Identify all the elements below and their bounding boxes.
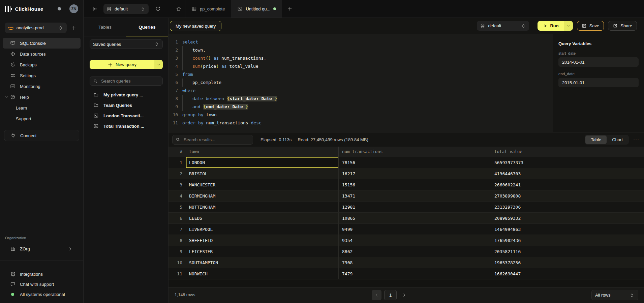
editor-line[interactable]: 7where: [168, 87, 553, 95]
add-service-button[interactable]: [70, 25, 78, 32]
cell-town[interactable]: BRISTOL: [186, 168, 338, 179]
editor-line[interactable]: 3count() as num_transactions,: [168, 54, 553, 62]
topbar-tab-untitled-qu[interactable]: Untitled qu...: [231, 0, 282, 18]
cell-num-transactions[interactable]: 78156: [338, 157, 490, 168]
sidebar-item-help[interactable]: Help: [3, 92, 81, 102]
saved-queries-select[interactable]: Saved queries: [90, 39, 163, 49]
cell-total-value[interactable]: 1662690447: [490, 268, 644, 279]
current-page[interactable]: 1: [384, 290, 397, 300]
cell-total-value[interactable]: 1765902436: [490, 235, 644, 246]
cell-total-value[interactable]: 2660602241: [490, 179, 644, 190]
cell-town[interactable]: SHEFFIELD: [186, 235, 338, 246]
topbar-database-select[interactable]: default: [103, 4, 149, 14]
saved-query-item-total-transaction[interactable]: Total Transaction ...: [84, 122, 168, 130]
connect-button[interactable]: Connect: [4, 130, 79, 141]
cell-town[interactable]: SOUTHAMPTON: [186, 257, 338, 268]
editor-line[interactable]: 11order by num_transactions desc: [168, 119, 553, 127]
sidebar-item-learn[interactable]: Learn: [3, 102, 81, 113]
view-toggle-chart[interactable]: Chart: [607, 135, 628, 144]
editor-line[interactable]: 8date between {start_date: Date }: [168, 95, 553, 103]
results-table-area: #townnum_transactionstotal_value1LONDON7…: [168, 147, 644, 287]
editor-line[interactable]: 10group by town: [168, 111, 553, 119]
cell-num-transactions[interactable]: 9499: [338, 224, 490, 235]
cell-town[interactable]: LIVERPOOL: [186, 224, 338, 235]
results-menu-button[interactable]: ···: [633, 138, 639, 141]
query-parameter-chip[interactable]: {start_date: Date }: [227, 96, 278, 101]
cell-town[interactable]: LEICESTER: [186, 246, 338, 257]
panel-tab-queries[interactable]: Queries: [126, 18, 168, 36]
run-options-dropdown[interactable]: [564, 21, 573, 31]
cell-num-transactions[interactable]: 12981: [338, 202, 490, 213]
saved-query-item-my-private-query[interactable]: My private query ...: [84, 90, 168, 99]
view-toggle-table[interactable]: Table: [585, 135, 607, 144]
saved-query-tab[interactable]: My new saved query: [170, 21, 221, 31]
share-button[interactable]: Share: [608, 21, 637, 31]
user-avatar[interactable]: ZN: [69, 4, 78, 13]
topbar-tab-pp-complete[interactable]: pp_complete: [185, 0, 231, 18]
cell-total-value[interactable]: 2035821116: [490, 246, 644, 257]
sidebar-footer-chat-with-support[interactable]: Chat with support: [0, 279, 83, 289]
collapse-sidebar-icon[interactable]: [92, 6, 98, 12]
editor-line[interactable]: 4sum(price) as total_value: [168, 62, 553, 70]
sidebar-item-monitoring[interactable]: Monitoring: [3, 81, 81, 92]
cell-town[interactable]: BIRMINGHAM: [186, 190, 338, 202]
run-button[interactable]: Run: [538, 21, 573, 31]
organization-switcher[interactable]: ZOrg: [0, 243, 83, 254]
sql-editor[interactable]: 1select2town,3count() as num_transaction…: [168, 34, 644, 132]
cell-town[interactable]: MANCHESTER: [186, 179, 338, 190]
home-tab[interactable]: [172, 0, 185, 18]
sidebar-item-sql-console[interactable]: SQL Console: [3, 38, 81, 49]
variable-input-start-date[interactable]: [558, 57, 639, 67]
cell-town[interactable]: NOTTINGHAM: [186, 202, 338, 213]
cell-num-transactions[interactable]: 9354: [338, 235, 490, 246]
previous-page-button[interactable]: [372, 290, 381, 300]
refresh-icon[interactable]: [155, 6, 161, 12]
cell-town[interactable]: LONDON: [186, 157, 338, 168]
column-header-total-value: total_value: [490, 147, 644, 157]
service-select[interactable]: aws analytics-prod: [5, 23, 67, 33]
saved-query-item-team-queries[interactable]: Team Queries: [84, 101, 168, 110]
cell-total-value[interactable]: 1464994863: [490, 224, 644, 235]
new-tab-button[interactable]: [282, 0, 298, 18]
next-page-button[interactable]: [399, 290, 409, 300]
cell-total-value[interactable]: 56593977373: [490, 157, 644, 168]
editor-database-select[interactable]: default: [477, 21, 529, 31]
cell-num-transactions[interactable]: 15156: [338, 179, 490, 190]
saved-query-item-london-transacti[interactable]: London Transacti...: [84, 111, 168, 120]
cell-total-value[interactable]: 2313297306: [490, 202, 644, 213]
new-query-button[interactable]: New query: [90, 60, 163, 69]
editor-line[interactable]: 5from: [168, 70, 553, 79]
cell-num-transactions[interactable]: 10865: [338, 213, 490, 224]
search-results-input[interactable]: [183, 137, 250, 143]
cell-total-value[interactable]: 2703899808: [490, 190, 644, 202]
panel-tab-tables[interactable]: Tables: [84, 18, 126, 36]
page-size-select[interactable]: All rows: [591, 290, 638, 300]
cell-num-transactions[interactable]: 13471: [338, 190, 490, 202]
cell-num-transactions[interactable]: 7908: [338, 257, 490, 268]
sidebar-footer-integrations[interactable]: Integrations: [0, 269, 83, 279]
cell-num-transactions[interactable]: 16217: [338, 168, 490, 179]
sql-code[interactable]: 1select2town,3count() as num_transaction…: [168, 34, 553, 132]
save-button[interactable]: Save: [577, 21, 604, 31]
cell-num-transactions[interactable]: 7479: [338, 268, 490, 279]
cell-total-value[interactable]: 4136446703: [490, 168, 644, 179]
new-query-dropdown[interactable]: [154, 60, 163, 69]
editor-line[interactable]: 6pp_complete: [168, 79, 553, 87]
sidebar-item-data-sources[interactable]: Data sources: [3, 49, 81, 59]
cell-total-value[interactable]: 2089859332: [490, 213, 644, 224]
console-icon: [10, 40, 16, 46]
search-queries-input[interactable]: [100, 78, 159, 84]
variable-input-end-date[interactable]: [558, 78, 639, 87]
editor-line[interactable]: 9and {end_date: Date }: [168, 103, 553, 111]
sidebar-footer-all-systems-operational[interactable]: All systems operational: [0, 289, 83, 299]
editor-line[interactable]: 2town,: [168, 46, 553, 54]
cell-town[interactable]: NORWICH: [186, 268, 338, 279]
sidebar-item-support[interactable]: Support: [3, 113, 81, 124]
cell-town[interactable]: LEEDS: [186, 213, 338, 224]
cell-num-transactions[interactable]: 8862: [338, 246, 490, 257]
editor-line[interactable]: 1select: [168, 38, 553, 46]
sidebar-item-settings[interactable]: Settings: [3, 70, 81, 81]
query-parameter-chip[interactable]: {end_date: Date }: [203, 104, 248, 110]
sidebar-item-backups[interactable]: Backups: [3, 59, 81, 70]
cell-total-value[interactable]: 1965378256: [490, 257, 644, 268]
